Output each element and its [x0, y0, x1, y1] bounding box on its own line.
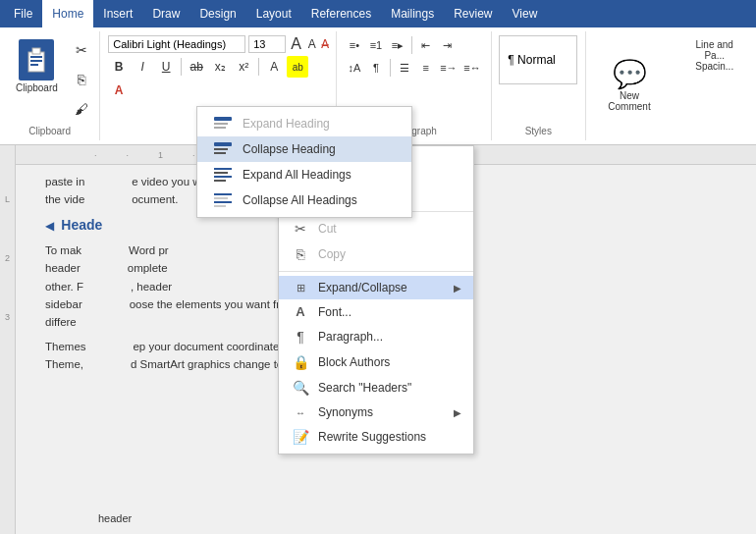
tab-insert[interactable]: Insert — [93, 0, 142, 27]
styles-box[interactable]: ¶ Normal — [499, 35, 577, 84]
collapse-arrow[interactable]: ◀ — [45, 219, 54, 233]
left-ruler: L 2 3 — [0, 145, 16, 534]
collapse-heading-icon — [211, 142, 235, 156]
tab-mailings[interactable]: Mailings — [381, 0, 444, 27]
superscript-button[interactable]: x² — [233, 56, 254, 78]
synonyms-arrow: ▶ — [454, 407, 461, 418]
paste-label: Clipboard — [16, 82, 58, 93]
decrease-indent-button[interactable]: ⇤ — [416, 35, 436, 55]
font-size-input[interactable] — [248, 35, 286, 53]
svg-rect-22 — [214, 180, 226, 182]
font-color-button[interactable]: A — [108, 80, 130, 101]
svg-rect-16 — [214, 142, 232, 146]
expand-all-label: Expand All Headings — [243, 168, 351, 182]
collapse-heading-item[interactable]: Collapse Heading — [197, 136, 411, 162]
tab-draw[interactable]: Draw — [142, 0, 189, 27]
tab-design[interactable]: Design — [189, 0, 245, 27]
multilevel-button[interactable]: ≡▸ — [388, 35, 407, 55]
comment-icon: 💬 — [613, 61, 647, 88]
italic-button[interactable]: I — [132, 56, 153, 78]
svg-rect-14 — [214, 123, 228, 125]
styles-group: ¶ Normal Styles — [492, 31, 586, 140]
styles-label: Styles — [500, 124, 577, 136]
sort-button[interactable]: ↕A — [345, 58, 364, 78]
svg-rect-24 — [214, 197, 228, 199]
new-comment-button[interactable]: 💬 New Comment — [586, 31, 674, 140]
expand-heading-label: Expand Heading — [243, 117, 330, 131]
block-authors-menu-item[interactable]: 🔒 Block Authors — [279, 349, 473, 375]
strikethrough-button[interactable]: ab — [186, 56, 207, 78]
svg-rect-13 — [214, 117, 232, 121]
font-label: Font... — [318, 305, 351, 319]
collapse-all-item[interactable]: Collapse All Headings — [197, 187, 411, 213]
block-authors-icon: 🔒 — [291, 354, 310, 370]
rewrite-menu-item[interactable]: 📝 Rewrite Suggestions — [279, 424, 473, 450]
tab-view[interactable]: View — [503, 0, 548, 27]
font-name-input[interactable] — [108, 35, 245, 53]
expand-collapse-label: Expand/Collapse — [318, 281, 407, 294]
align-right-button[interactable]: ≡→ — [438, 58, 459, 78]
subscript-button[interactable]: x₂ — [209, 56, 231, 78]
copy-button[interactable]: ⎘ — [70, 68, 93, 91]
tab-file[interactable]: File — [4, 0, 42, 27]
justify-button[interactable]: ≡↔ — [461, 58, 483, 78]
svg-rect-18 — [214, 152, 226, 154]
format-painter-button[interactable]: 🖌 — [70, 97, 93, 121]
expand-heading-item[interactable]: Expand Heading — [197, 111, 411, 136]
paste-button[interactable]: Clipboard — [8, 35, 66, 124]
sep-4 — [390, 59, 391, 77]
svg-rect-2 — [30, 56, 42, 58]
font-shrink-button[interactable]: A — [306, 37, 318, 51]
increase-indent-button[interactable]: ⇥ — [438, 35, 458, 55]
copy-label: Copy — [318, 247, 346, 261]
underline-button[interactable]: U — [155, 56, 177, 78]
tab-references[interactable]: References — [301, 0, 381, 27]
tab-home[interactable]: Home — [42, 0, 93, 27]
search-label: Search "Headers" — [318, 381, 411, 395]
text-effect-button[interactable]: A — [263, 56, 285, 78]
search-menu-item[interactable]: 🔍 Search "Headers" — [279, 375, 473, 400]
expand-heading-icon — [211, 117, 235, 131]
font-grow-button[interactable]: A — [289, 35, 303, 53]
rewrite-icon: 📝 — [291, 429, 310, 445]
svg-rect-1 — [32, 48, 40, 54]
submenu: Expand Heading Collapse Heading Expand A… — [196, 106, 412, 218]
svg-rect-21 — [214, 176, 232, 178]
cut-icon: ✂ — [291, 221, 310, 237]
expand-collapse-arrow: ▶ — [454, 283, 461, 294]
clear-format-button[interactable]: A̶ — [321, 37, 329, 51]
paragraph-menu-item[interactable]: ¶ Paragraph... — [279, 324, 473, 349]
svg-rect-4 — [30, 64, 38, 66]
svg-rect-3 — [30, 60, 42, 62]
sep-3 — [411, 36, 412, 54]
numbering-button[interactable]: ≡1 — [366, 35, 386, 55]
expand-collapse-menu-item[interactable]: ⊞ Expand/Collapse ▶ — [279, 276, 473, 299]
bullets-button[interactable]: ≡• — [345, 35, 364, 55]
svg-rect-17 — [214, 148, 228, 150]
svg-rect-15 — [214, 127, 226, 129]
copy-menu-item[interactable]: ⎘ Copy — [279, 241, 473, 267]
cut-menu-item[interactable]: ✂ Cut — [279, 216, 473, 241]
tab-bar: File Home Insert Draw Design Layout Refe… — [0, 0, 756, 27]
bold-button[interactable]: B — [108, 56, 130, 78]
line-spacing-area: Line and Pa... Spacin... — [673, 31, 756, 140]
tab-review[interactable]: Review — [444, 0, 502, 27]
tab-layout[interactable]: Layout — [246, 0, 301, 27]
show-marks-button[interactable]: ¶ — [366, 58, 386, 78]
paragraph-icon: ¶ — [291, 329, 310, 345]
line-spacing-label2: Spacin... — [695, 61, 733, 72]
synonyms-menu-item[interactable]: ↔ Synonyms ▶ — [279, 400, 473, 424]
synonyms-icon: ↔ — [291, 407, 310, 418]
expand-all-item[interactable]: Expand All Headings — [197, 162, 411, 187]
expand-collapse-icon: ⊞ — [291, 282, 310, 294]
font-menu-item[interactable]: A Font... — [279, 299, 473, 324]
menu-sep-2 — [279, 271, 473, 272]
clipboard-group: Clipboard ✂ ⎘ 🖌 Clipboard — [0, 31, 100, 140]
align-left-button[interactable]: ☰ — [395, 58, 414, 78]
separator-1 — [181, 58, 182, 76]
highlight-button[interactable]: ab — [287, 56, 308, 78]
cut-button[interactable]: ✂ — [70, 38, 93, 62]
align-center-button[interactable]: ≡ — [416, 58, 436, 78]
clipboard-label: Clipboard — [8, 124, 91, 136]
collapse-all-icon — [211, 193, 235, 207]
